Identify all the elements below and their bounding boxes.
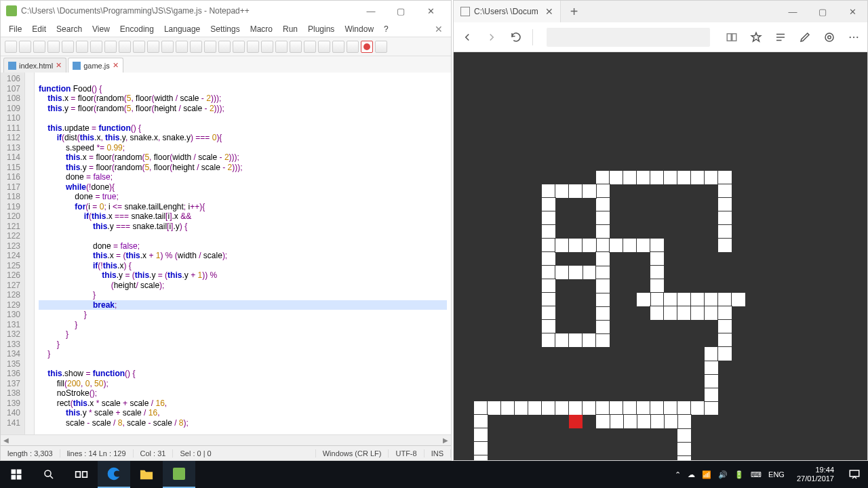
fold-gutter[interactable] [25,73,35,434]
npp-maximize-button[interactable]: ▢ [386,1,416,20]
reading-view-icon[interactable] [724,29,740,45]
edge-minimize-button[interactable]: — [778,1,808,22]
tray-onedrive-icon[interactable]: ☁ [688,470,695,479]
toolbar-button-1[interactable] [19,41,31,53]
start-button[interactable] [0,461,33,488]
tray-chevron-up-icon[interactable]: ⌃ [675,470,681,479]
snake-segment [650,239,664,252]
snake-segment [542,279,555,293]
game-canvas[interactable] [454,52,867,460]
menu-language[interactable]: Language [160,23,204,35]
toolbar-button-12[interactable] [176,41,188,53]
toolbar-button-8[interactable] [119,41,131,53]
taskbar-clock[interactable]: 19:44 27/01/2017 [790,466,841,483]
npp-titlebar[interactable]: C:\Users\ \Documents\Programming\JS\S\ga… [1,1,451,21]
back-button[interactable] [459,29,475,45]
toolbar-button-14[interactable] [204,41,216,53]
system-tray[interactable]: ⌃ ☁ 📶 🔊 🔋 ⌨ ENG [669,470,790,479]
taskbar-edge-icon[interactable] [98,461,130,488]
toolbar-button-21[interactable] [304,41,316,53]
menu-settings[interactable]: Settings [206,23,243,35]
toolbar-button-18[interactable] [261,41,273,53]
snake-segment [718,171,732,184]
snake-segment [705,347,718,361]
npp-minimize-button[interactable]: — [356,1,386,20]
toolbar-button-9[interactable] [133,41,145,53]
taskbar-npp-icon[interactable] [163,461,195,488]
menu-macro[interactable]: Macro [246,23,277,35]
menu-run[interactable]: Run [279,23,302,35]
share-icon[interactable] [821,29,837,45]
forward-button[interactable] [484,29,500,45]
more-icon[interactable] [846,29,862,45]
menu-window[interactable]: Window [340,23,378,35]
npp-close-button[interactable]: ✕ [416,1,446,20]
address-bar[interactable] [547,28,710,47]
scroll-left-icon[interactable]: ◀ [1,436,12,444]
edge-close-button[interactable]: ✕ [837,1,867,22]
file-icon [460,7,470,16]
snake-segment [650,293,664,306]
toolbar-button-17[interactable] [247,41,259,53]
tray-keyboard-icon[interactable]: ⌨ [751,470,762,479]
tab-close-icon[interactable]: ✕ [545,6,553,17]
toolbar-button-6[interactable] [90,41,102,53]
toolbar-button-15[interactable] [218,41,231,53]
menu-plugins[interactable]: Plugins [304,23,338,35]
toolbar-button-25[interactable] [361,41,373,53]
toolbar-button-7[interactable] [104,41,117,53]
snake-segment [732,293,745,306]
task-view-button[interactable] [65,461,98,488]
tray-language[interactable]: ENG [768,470,785,479]
toolbar-button-13[interactable] [190,41,202,53]
toolbar-button-26[interactable] [375,41,387,53]
refresh-button[interactable] [508,29,524,45]
npp-toolbar [1,37,451,56]
toolbar-button-5[interactable] [76,41,88,53]
code-area[interactable]: function Food() { this.x = floor(random(… [35,73,451,434]
toolbar-button-22[interactable] [318,41,330,53]
new-tab-button[interactable]: + [561,4,588,20]
tab-close-icon[interactable]: ✕ [113,61,119,70]
menu-?[interactable]: ? [380,23,393,35]
taskbar-explorer-icon[interactable] [130,461,163,488]
horizontal-scrollbar[interactable]: ◀ ▶ [1,434,451,445]
menu-edit[interactable]: Edit [28,23,50,35]
toolbar-button-10[interactable] [147,41,159,53]
status-encoding: UTF-8 [389,449,424,458]
file-tab-index.html[interactable]: index.html✕ [3,58,66,73]
edge-maximize-button[interactable]: ▢ [808,1,837,22]
toolbar-button-16[interactable] [233,41,245,53]
action-center-button[interactable] [841,461,868,488]
toolbar-button-24[interactable] [347,41,359,53]
toolbar-button-23[interactable] [332,41,344,53]
npp-editor[interactable]: 106 107 108 109 110 111 112 113 114 115 … [1,73,451,434]
toolbar-button-4[interactable] [62,41,74,53]
search-button[interactable] [33,461,65,488]
scroll-right-icon[interactable]: ▶ [440,436,451,444]
tray-network-icon[interactable]: 📶 [702,470,711,479]
toolbar-button-19[interactable] [275,41,288,53]
snake-segment [664,171,677,184]
toolbar-button-0[interactable] [5,41,17,53]
toolbar-button-20[interactable] [290,41,302,53]
hub-icon[interactable] [772,29,789,45]
toolbar-button-2[interactable] [33,41,45,53]
snake-segment [705,401,718,415]
tab-close-icon[interactable]: ✕ [56,61,62,70]
snake-segment [650,266,664,279]
menu-encoding[interactable]: Encoding [116,23,158,35]
edge-tab-active[interactable]: C:\Users\ \Docum ✕ [454,1,561,22]
file-tab-game.js[interactable]: game.js✕ [68,58,123,73]
toolbar-button-11[interactable] [161,41,174,53]
favorite-icon[interactable] [748,29,764,45]
webnote-icon[interactable] [797,29,813,45]
menu-search[interactable]: Search [52,23,86,35]
menu-close-icon[interactable]: ✕ [431,24,447,35]
snake-segment [542,198,555,211]
menu-file[interactable]: File [5,23,26,35]
menu-view[interactable]: View [88,23,114,35]
tray-volume-icon[interactable]: 🔊 [718,470,728,479]
tray-battery-icon[interactable]: 🔋 [734,470,744,479]
toolbar-button-3[interactable] [47,41,60,53]
